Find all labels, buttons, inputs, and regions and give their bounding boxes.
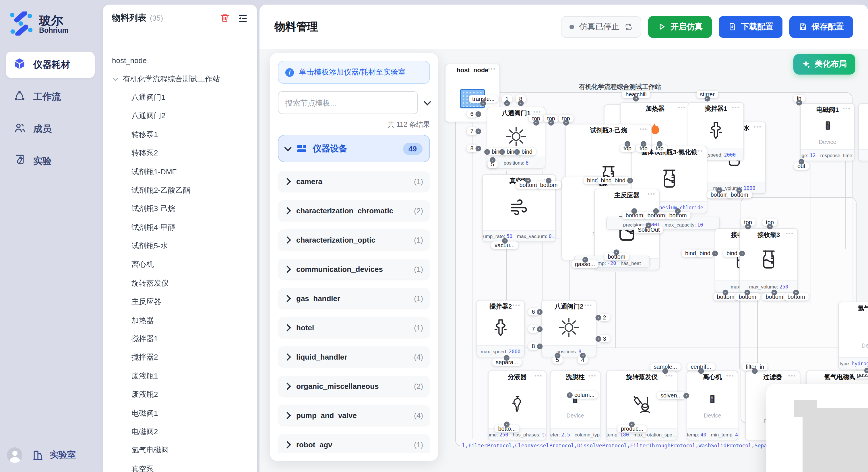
port-label[interactable]: solven...› (657, 392, 685, 399)
template-item-robot_agv[interactable]: robot_agv(1) (278, 434, 430, 453)
port-label[interactable]: 8› (516, 95, 526, 103)
template-item-hotel[interactable]: hotel(1) (278, 317, 430, 338)
tree-item[interactable]: 氢气电磁阀 (112, 441, 248, 460)
sidebar-item-仪器耗材[interactable]: 仪器耗材 (6, 52, 95, 78)
tree-item[interactable]: 试剂瓶1-DMF (112, 163, 248, 181)
tree-item[interactable]: 搅拌器1 (112, 330, 248, 348)
port-label[interactable]: SolidOut› (634, 226, 663, 233)
template-item-communication_devices[interactable]: communication_devices(1) (278, 259, 430, 279)
tree-item[interactable]: 试剂瓶5-水 (112, 237, 248, 256)
port-label[interactable]: bottom› (644, 212, 668, 219)
canvas-node-电磁阀1[interactable]: 电磁阀1•••Devicevoltage: 12response_time: 0… (800, 103, 855, 161)
node-menu-icon[interactable]: ••• (534, 373, 542, 378)
port-label[interactable]: top› (763, 218, 777, 226)
node-menu-icon[interactable]: ••• (640, 126, 648, 132)
node-menu-icon[interactable]: ••• (788, 373, 796, 378)
tree-item[interactable]: 主反应器 (112, 293, 248, 311)
avatar[interactable] (7, 447, 22, 463)
port-label[interactable]: out› (794, 162, 809, 170)
search-input[interactable] (278, 91, 418, 114)
node-menu-icon[interactable]: ••• (584, 302, 592, 308)
port-label[interactable]: in› (794, 95, 805, 102)
port-label[interactable]: separa...› (492, 359, 522, 366)
port-label[interactable]: botto...› (495, 425, 519, 432)
tree-item[interactable]: 加热器 (112, 311, 248, 330)
sidebar-item-工作流[interactable]: 工作流 (6, 84, 95, 110)
port-label[interactable]: bottom› (622, 212, 646, 219)
save-config-button[interactable]: 保存配置 (789, 16, 853, 38)
template-item-gas_handler[interactable]: gas_handler(1) (278, 288, 430, 308)
port-label[interactable]: bind› (518, 148, 536, 156)
port-label[interactable]: top› (636, 144, 651, 152)
port-label[interactable]: top› (544, 115, 559, 122)
port-label[interactable]: 4› (578, 356, 588, 364)
port-label[interactable]: bottom› (713, 293, 738, 301)
tree-item[interactable]: 电磁阀2 (112, 423, 248, 441)
node-menu-icon[interactable]: ••• (665, 373, 673, 378)
beautify-layout-button[interactable]: 美化布局 (794, 54, 856, 74)
node-menu-icon[interactable]: ••• (695, 148, 703, 154)
port-label[interactable]: 8› (528, 342, 538, 350)
tree-item[interactable]: 试剂瓶2-乙酸乙酯 (112, 181, 248, 200)
tree-item[interactable]: 转移泵1 (112, 125, 248, 144)
port-label[interactable]: centrif...› (687, 363, 714, 370)
port-label[interactable]: bottom› (784, 293, 808, 301)
port-label[interactable]: 3› (599, 335, 609, 342)
node-menu-icon[interactable]: ••• (648, 191, 656, 197)
port-label[interactable]: bottom› (727, 191, 751, 198)
tree-item[interactable]: 搅拌器2 (112, 348, 248, 367)
port-label[interactable]: produc...› (617, 425, 647, 432)
tree-item[interactable]: 试剂瓶4-甲醇 (112, 218, 248, 237)
tree-item[interactable]: 转移泵2 (112, 144, 248, 163)
collapse-list-icon[interactable] (238, 13, 248, 23)
template-item-pump_and_valve[interactable]: pump_and_valve(4) (278, 405, 430, 426)
canvas-node-离心机[interactable]: 离心机•••Devicetemp: 40min_temp: 4 (687, 370, 738, 440)
port-label[interactable]: vacuu...› (491, 241, 518, 249)
sidebar-item-实验[interactable]: 实验 (6, 148, 95, 174)
node-menu-icon[interactable]: ••• (754, 124, 762, 130)
sim-status-pill[interactable]: 仿真已停止 (561, 16, 641, 38)
node-menu-icon[interactable]: ••• (732, 104, 740, 110)
canvas-node-氢气气源[interactable]: 氢气气源•••Device_type: hydrogenmax_pre… (838, 302, 868, 369)
sidebar-item-成员[interactable]: 成员 (6, 116, 95, 142)
port-label[interactable]: bind› (611, 177, 629, 184)
category-instruments[interactable]: 仪器设备 49 (278, 135, 430, 162)
trash-icon[interactable] (220, 13, 229, 23)
port-label[interactable]: bottom› (536, 181, 561, 189)
tree-item[interactable]: 八通阀门2 (112, 107, 248, 125)
node-menu-icon[interactable]: ••• (843, 105, 851, 111)
port-label[interactable]: stirrer› (696, 91, 718, 98)
port-label[interactable]: 5› (487, 161, 497, 168)
port-label[interactable]: colum...› (571, 391, 598, 399)
port-label[interactable]: 5› (552, 356, 562, 364)
port-label[interactable]: top› (620, 144, 635, 152)
template-item-camera[interactable]: camera(1) (278, 171, 430, 192)
template-item-characterization_optic[interactable]: characterization_optic(1) (278, 229, 430, 250)
canvas-node-八通阀门2[interactable]: 八通阀门2•••positions: 8 (541, 300, 596, 357)
node-menu-icon[interactable]: ••• (533, 109, 541, 115)
port-label[interactable]: 6› (467, 110, 477, 117)
tree-item[interactable]: 有机化学流程综合测试工作站 (112, 70, 248, 88)
port-label[interactable]: gasso...› (854, 371, 868, 378)
chevron-down-icon[interactable] (424, 98, 431, 105)
port-label[interactable]: 8› (467, 144, 477, 152)
port-label[interactable]: 7› (528, 325, 538, 333)
template-item-organic_miscellaneous[interactable]: organic_miscellaneous(2) (278, 376, 430, 396)
node-menu-icon[interactable]: ••• (678, 104, 686, 110)
canvas-node-洗脱柱[interactable]: 洗脱柱•••Devicediameter: 2.5column_type: si (550, 370, 600, 440)
tree-item[interactable]: host_node (112, 51, 248, 70)
port-label[interactable]: 1› (502, 95, 512, 103)
port-label[interactable]: top› (529, 115, 544, 122)
node-menu-icon[interactable]: ••• (588, 373, 596, 378)
node-menu-icon[interactable]: ••• (726, 373, 734, 378)
port-label[interactable]: bind› (696, 249, 714, 257)
tree-item[interactable]: 真空泵 (112, 460, 248, 472)
canvas[interactable]: i 单击模板添加仪器/耗材至实验室 共 112 条结果 仪器设备 49 came… (259, 49, 868, 472)
canvas-node-电磁阀2[interactable]: 电磁阀2•••Devicevoltage: 12 (858, 103, 868, 161)
node-menu-icon[interactable]: ••• (786, 231, 794, 236)
canvas-node-接收瓶3[interactable]: 接收瓶3•••max_volume: 250 (739, 228, 798, 293)
port-label[interactable]: bind› (723, 249, 741, 257)
port-label[interactable]: top› (559, 115, 574, 122)
tree-item[interactable]: 八通阀门1 (112, 88, 248, 107)
port-label[interactable]: top› (652, 144, 667, 152)
